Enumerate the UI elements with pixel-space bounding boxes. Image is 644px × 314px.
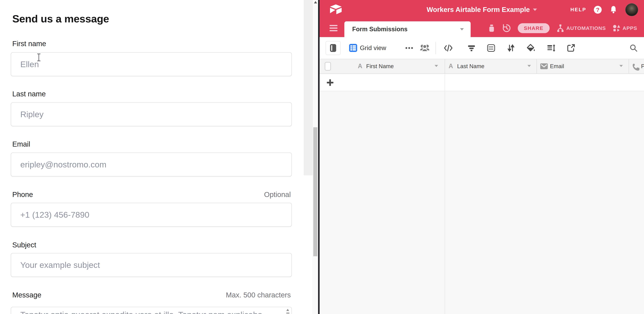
help-question-icon[interactable]: ? [594,6,602,14]
email-field-type-icon [540,63,548,69]
chevron-down-icon[interactable] [434,65,438,67]
text-field-type-icon: A [358,63,362,70]
toolbar-divider [436,42,436,54]
filter-icon[interactable] [467,44,476,52]
share-button[interactable]: SHARE [518,23,550,33]
column-divider[interactable] [629,59,629,74]
form-title: Send us a message [12,13,109,25]
embed-code-icon[interactable] [444,44,452,52]
notification-bell-icon[interactable] [609,6,618,14]
phone-field-type-icon [632,63,640,71]
automations-label: AUTOMATIONS [566,25,606,31]
select-all-checkbox[interactable] [325,62,331,71]
color-icon[interactable] [526,44,535,52]
phone-input[interactable]: +1 (123) 456-7890 [11,203,292,227]
message-label: Message [12,291,41,299]
avatar[interactable] [625,3,638,16]
trash-icon[interactable] [488,24,496,32]
first-name-label: First name [12,40,46,48]
apps-label: APPS [622,25,637,31]
table-tab-bar: Form Submissions SHARE [320,19,644,37]
textarea-scroll-up-arrow-icon[interactable] [286,309,289,311]
column-divider[interactable] [536,59,537,74]
sort-icon[interactable] [507,44,515,52]
grid-empty-area [320,92,644,314]
email-input[interactable]: eripley@nostromo.com [11,153,292,176]
textarea-scrollbar-thumb[interactable] [286,312,290,314]
message-max-chars-annotation: Max. 500 characters [226,291,291,299]
frozen-column-divider [445,92,445,314]
text-cursor-icon [37,54,40,61]
grid-header-row: A First Name A Last Name Email Phone [320,59,644,74]
last-name-label: Last name [12,90,46,98]
email-label: Email [12,140,30,148]
ellipsis-icon[interactable] [405,44,414,52]
view-name: Grid view [360,45,386,52]
tab-form-submissions[interactable]: Form Submissions [344,21,471,37]
form-page-scrollbar-thumb[interactable] [313,127,318,256]
airtable-top-bar: Workers Airtable Form Example HELP ? [320,0,644,19]
chevron-down-icon[interactable] [620,65,623,67]
automations-button[interactable]: AUTOMATIONS [556,24,606,32]
automations-icon [556,24,564,32]
apps-button[interactable]: APPS [612,24,637,32]
column-header-phone[interactable]: Phone [641,63,644,70]
scroll-up-arrow-icon[interactable] [314,1,317,4]
column-header-email[interactable]: Email [550,63,564,70]
subject-input[interactable]: Your example subject [11,253,292,277]
apps-icon [612,24,620,32]
phone-optional-annotation: Optional [264,190,291,199]
view-sidebar-toggle-button[interactable] [326,41,340,55]
plus-icon[interactable] [326,78,334,87]
view-switcher[interactable]: Grid view [349,37,386,59]
search-icon[interactable] [629,44,638,52]
view-toolbar: Grid view [320,37,644,59]
sidebar-toggle-icon [330,44,336,52]
active-table-name: Form Submissions [352,26,460,33]
row-height-icon[interactable] [547,44,556,52]
add-record-row[interactable] [320,74,644,91]
text-field-type-icon: A [448,63,453,70]
collaborators-icon[interactable] [420,44,430,52]
share-view-icon[interactable] [567,44,575,52]
chevron-down-icon [533,9,537,11]
contact-form-panel: Send us a message First name Ellen Last … [0,0,318,314]
message-textarea[interactable]: Tenetur optio quaerat expedita vero et i… [11,307,292,314]
column-header-first-name[interactable]: First Name [366,63,394,70]
message-text: Tenetur optio quaerat expedita vero et i… [20,310,273,314]
help-button[interactable]: HELP [570,7,586,13]
base-title: Workers Airtable Form Example [426,6,530,14]
phone-label: Phone [12,190,33,199]
chevron-down-icon [460,28,464,31]
column-divider[interactable] [445,59,445,74]
airtable-window: Workers Airtable Form Example HELP ? For… [320,0,644,314]
first-name-input[interactable]: Ellen [11,52,292,76]
chevron-down-icon[interactable] [528,65,531,67]
window-divider [318,0,320,314]
group-icon[interactable] [487,44,495,52]
column-header-last-name[interactable]: Last Name [457,63,484,70]
grid-view-icon [349,44,357,52]
form-panel-gutter [304,0,312,175]
frozen-column-divider [445,74,445,91]
history-icon[interactable] [502,24,511,33]
hamburger-menu-icon[interactable] [330,25,338,32]
subject-label: Subject [12,241,36,249]
last-name-input[interactable]: Ripley [11,102,292,126]
